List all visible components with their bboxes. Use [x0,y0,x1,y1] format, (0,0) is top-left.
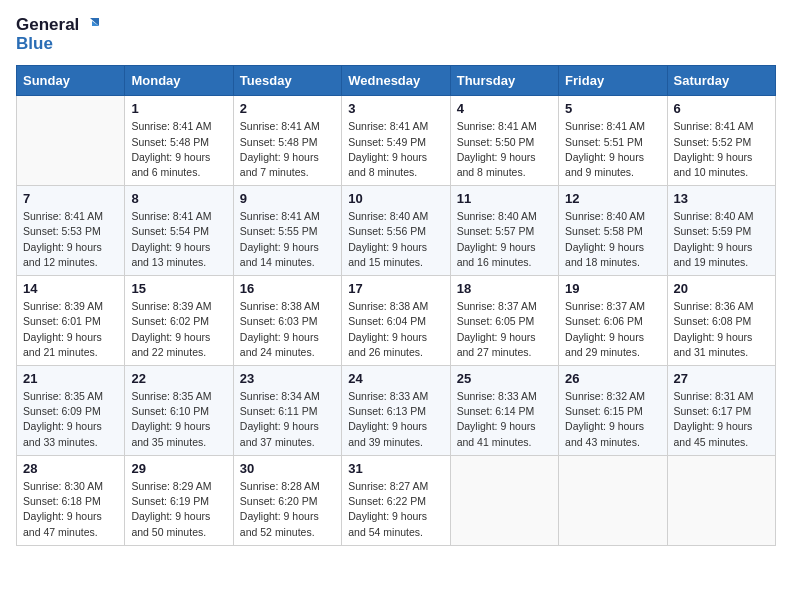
day-info: Sunrise: 8:36 AMSunset: 6:08 PMDaylight:… [674,299,769,360]
logo: General Blue [16,16,99,53]
logo-text-blue: Blue [16,35,99,54]
day-info: Sunrise: 8:41 AMSunset: 5:54 PMDaylight:… [131,209,226,270]
calendar-cell: 4Sunrise: 8:41 AMSunset: 5:50 PMDaylight… [450,96,558,186]
day-number: 4 [457,101,552,116]
day-info: Sunrise: 8:41 AMSunset: 5:55 PMDaylight:… [240,209,335,270]
week-row-2: 7Sunrise: 8:41 AMSunset: 5:53 PMDaylight… [17,186,776,276]
calendar-cell: 2Sunrise: 8:41 AMSunset: 5:48 PMDaylight… [233,96,341,186]
day-number: 26 [565,371,660,386]
day-number: 31 [348,461,443,476]
weekday-wednesday: Wednesday [342,66,450,96]
calendar-cell: 8Sunrise: 8:41 AMSunset: 5:54 PMDaylight… [125,186,233,276]
calendar-cell: 5Sunrise: 8:41 AMSunset: 5:51 PMDaylight… [559,96,667,186]
day-number: 17 [348,281,443,296]
day-number: 3 [348,101,443,116]
day-info: Sunrise: 8:31 AMSunset: 6:17 PMDaylight:… [674,389,769,450]
day-info: Sunrise: 8:35 AMSunset: 6:10 PMDaylight:… [131,389,226,450]
calendar-cell: 6Sunrise: 8:41 AMSunset: 5:52 PMDaylight… [667,96,775,186]
calendar-cell: 23Sunrise: 8:34 AMSunset: 6:11 PMDayligh… [233,366,341,456]
day-info: Sunrise: 8:34 AMSunset: 6:11 PMDaylight:… [240,389,335,450]
day-number: 27 [674,371,769,386]
day-number: 13 [674,191,769,206]
day-number: 22 [131,371,226,386]
calendar-cell: 17Sunrise: 8:38 AMSunset: 6:04 PMDayligh… [342,276,450,366]
day-info: Sunrise: 8:41 AMSunset: 5:51 PMDaylight:… [565,119,660,180]
calendar-cell: 27Sunrise: 8:31 AMSunset: 6:17 PMDayligh… [667,366,775,456]
logo-bird-icon [81,16,99,34]
day-number: 8 [131,191,226,206]
day-number: 29 [131,461,226,476]
day-info: Sunrise: 8:40 AMSunset: 5:59 PMDaylight:… [674,209,769,270]
day-info: Sunrise: 8:37 AMSunset: 6:05 PMDaylight:… [457,299,552,360]
calendar-cell [559,455,667,545]
day-number: 9 [240,191,335,206]
logo-graphic: General Blue [16,16,99,53]
calendar-cell: 25Sunrise: 8:33 AMSunset: 6:14 PMDayligh… [450,366,558,456]
calendar-cell: 30Sunrise: 8:28 AMSunset: 6:20 PMDayligh… [233,455,341,545]
calendar-cell [17,96,125,186]
calendar-cell: 31Sunrise: 8:27 AMSunset: 6:22 PMDayligh… [342,455,450,545]
calendar-cell: 9Sunrise: 8:41 AMSunset: 5:55 PMDaylight… [233,186,341,276]
calendar-cell: 19Sunrise: 8:37 AMSunset: 6:06 PMDayligh… [559,276,667,366]
weekday-header-row: SundayMondayTuesdayWednesdayThursdayFrid… [17,66,776,96]
calendar-cell [667,455,775,545]
day-info: Sunrise: 8:33 AMSunset: 6:14 PMDaylight:… [457,389,552,450]
day-number: 16 [240,281,335,296]
calendar-cell [450,455,558,545]
day-number: 2 [240,101,335,116]
weekday-tuesday: Tuesday [233,66,341,96]
calendar-cell: 29Sunrise: 8:29 AMSunset: 6:19 PMDayligh… [125,455,233,545]
day-number: 21 [23,371,118,386]
day-info: Sunrise: 8:41 AMSunset: 5:48 PMDaylight:… [240,119,335,180]
day-number: 18 [457,281,552,296]
calendar-cell: 1Sunrise: 8:41 AMSunset: 5:48 PMDaylight… [125,96,233,186]
calendar-table: SundayMondayTuesdayWednesdayThursdayFrid… [16,65,776,545]
day-number: 30 [240,461,335,476]
day-number: 6 [674,101,769,116]
day-info: Sunrise: 8:38 AMSunset: 6:03 PMDaylight:… [240,299,335,360]
weekday-saturday: Saturday [667,66,775,96]
day-number: 10 [348,191,443,206]
day-number: 23 [240,371,335,386]
weekday-monday: Monday [125,66,233,96]
day-info: Sunrise: 8:41 AMSunset: 5:53 PMDaylight:… [23,209,118,270]
day-number: 14 [23,281,118,296]
week-row-5: 28Sunrise: 8:30 AMSunset: 6:18 PMDayligh… [17,455,776,545]
day-info: Sunrise: 8:35 AMSunset: 6:09 PMDaylight:… [23,389,118,450]
calendar-cell: 21Sunrise: 8:35 AMSunset: 6:09 PMDayligh… [17,366,125,456]
day-info: Sunrise: 8:28 AMSunset: 6:20 PMDaylight:… [240,479,335,540]
day-info: Sunrise: 8:33 AMSunset: 6:13 PMDaylight:… [348,389,443,450]
day-number: 15 [131,281,226,296]
day-info: Sunrise: 8:41 AMSunset: 5:48 PMDaylight:… [131,119,226,180]
calendar-cell: 7Sunrise: 8:41 AMSunset: 5:53 PMDaylight… [17,186,125,276]
day-number: 24 [348,371,443,386]
calendar-cell: 28Sunrise: 8:30 AMSunset: 6:18 PMDayligh… [17,455,125,545]
week-row-1: 1Sunrise: 8:41 AMSunset: 5:48 PMDaylight… [17,96,776,186]
day-info: Sunrise: 8:29 AMSunset: 6:19 PMDaylight:… [131,479,226,540]
day-number: 7 [23,191,118,206]
day-number: 1 [131,101,226,116]
logo-text-general: General [16,16,79,35]
day-number: 25 [457,371,552,386]
calendar-cell: 20Sunrise: 8:36 AMSunset: 6:08 PMDayligh… [667,276,775,366]
day-number: 5 [565,101,660,116]
page-header: General Blue [16,16,776,53]
day-info: Sunrise: 8:30 AMSunset: 6:18 PMDaylight:… [23,479,118,540]
day-number: 11 [457,191,552,206]
calendar-cell: 3Sunrise: 8:41 AMSunset: 5:49 PMDaylight… [342,96,450,186]
calendar-cell: 26Sunrise: 8:32 AMSunset: 6:15 PMDayligh… [559,366,667,456]
week-row-4: 21Sunrise: 8:35 AMSunset: 6:09 PMDayligh… [17,366,776,456]
day-info: Sunrise: 8:41 AMSunset: 5:49 PMDaylight:… [348,119,443,180]
day-info: Sunrise: 8:40 AMSunset: 5:57 PMDaylight:… [457,209,552,270]
calendar-cell: 15Sunrise: 8:39 AMSunset: 6:02 PMDayligh… [125,276,233,366]
calendar-cell: 13Sunrise: 8:40 AMSunset: 5:59 PMDayligh… [667,186,775,276]
calendar-cell: 18Sunrise: 8:37 AMSunset: 6:05 PMDayligh… [450,276,558,366]
day-info: Sunrise: 8:41 AMSunset: 5:50 PMDaylight:… [457,119,552,180]
calendar-cell: 12Sunrise: 8:40 AMSunset: 5:58 PMDayligh… [559,186,667,276]
day-number: 20 [674,281,769,296]
day-number: 19 [565,281,660,296]
calendar-cell: 10Sunrise: 8:40 AMSunset: 5:56 PMDayligh… [342,186,450,276]
day-number: 12 [565,191,660,206]
weekday-thursday: Thursday [450,66,558,96]
weekday-friday: Friday [559,66,667,96]
